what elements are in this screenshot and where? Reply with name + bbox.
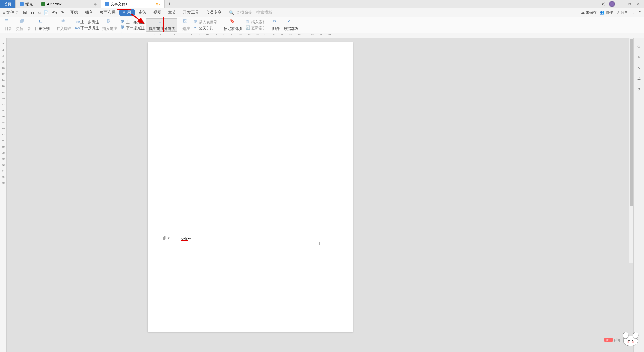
separator-icon: ⊟ (158, 19, 165, 25)
docer-icon (20, 2, 24, 6)
prev-footnote-button[interactable]: ab↑上一条脚注 (75, 20, 99, 25)
scrollbar-vertical[interactable] (629, 38, 633, 263)
maximize-icon[interactable]: ⧉ (628, 2, 633, 6)
cross-ref-button[interactable]: ⤷交叉引用 (193, 25, 217, 31)
save-as-icon[interactable]: 🖬 (31, 10, 35, 15)
notification-badge[interactable]: 2 (601, 2, 605, 6)
svg-point-7 (627, 341, 629, 343)
insert-caption-button[interactable]: 🗐插入表目录 (193, 20, 217, 25)
kebab-icon[interactable]: ⋮ (631, 10, 635, 15)
minimize-icon[interactable]: — (619, 2, 624, 6)
next-footnote-button[interactable]: ab↓下一条脚注 (75, 25, 99, 31)
mascot-icon (619, 329, 642, 346)
next-footnote-icon: ab↓ (75, 25, 79, 30)
search-box[interactable]: 🔍 查找命令、搜索模板 (229, 10, 272, 15)
menu-tab-start[interactable]: 开始 (67, 9, 82, 16)
prev-footnote-icon: ab↑ (75, 20, 79, 24)
ruler-vertical[interactable]: 2468101214161820222426283032343638404244… (0, 38, 7, 352)
footnote-separator-line (179, 234, 229, 234)
svg-point-3 (623, 332, 628, 339)
search-icon: 🔍 (229, 10, 234, 15)
add-tab-button[interactable]: + (165, 1, 174, 7)
sidebar-help-icon[interactable]: ? (638, 87, 640, 92)
page-corner-marker (319, 242, 323, 245)
next-endnote-button[interactable]: 🗐↓下一条尾注 (120, 25, 145, 31)
menubar: ≡文件▽ 🖫 🖬 ⎙ 📄 ↶▾ ↷ 开始 插入 页面布局 引用 审阅 视图 章节… (0, 8, 644, 17)
insert-index-button[interactable]: 🗐插入索引 (246, 20, 266, 25)
caption-icon: 🖼 (183, 19, 190, 25)
ruler-h-marks: 2246810121416182022242628303234363842444… (141, 33, 331, 36)
tab-xlsx[interactable]: 4.27.xlsx⊕ (37, 0, 101, 8)
menu-tab-view[interactable]: 视图 (150, 9, 165, 16)
tab-close-icon[interactable]: ⊕ (94, 2, 97, 6)
undo-icon[interactable]: ↶▾ (52, 10, 57, 15)
tab-word[interactable]: 文字文稿1⊕ • (101, 0, 165, 8)
unsaved-indicator[interactable]: ☁ 未保存 (581, 10, 597, 15)
sidebar-select-icon[interactable]: ↖ (637, 66, 641, 70)
mail-merge-button[interactable]: ✓数据群发 (282, 19, 301, 31)
menu-tab-layout[interactable]: 页面布局 (96, 9, 119, 16)
sidebar-pen-icon[interactable]: ✎ (637, 55, 641, 60)
collab-button[interactable]: 👥 协作 (600, 10, 613, 15)
word-icon (105, 2, 109, 6)
mail-button[interactable]: ✉邮件 (270, 19, 282, 31)
menu-tab-dev[interactable]: 开发工具 (179, 9, 202, 16)
prev-endnote-button[interactable]: 🗐↑上一条尾注 (120, 20, 145, 25)
menu-tab-insert[interactable]: 插入 (82, 9, 96, 16)
hamburger-icon: ≡ (3, 10, 5, 15)
xlsx-icon (41, 2, 45, 6)
sidebar-settings-icon[interactable]: ⇄ (637, 76, 641, 81)
print-icon[interactable]: ⎙ (38, 10, 40, 15)
menu-tab-chapter[interactable]: 章节 (165, 9, 179, 16)
redo-icon[interactable]: ↷ (61, 10, 64, 15)
caption-button[interactable]: 🖼题注 (180, 19, 192, 31)
chevron-down-icon: ▽ (16, 11, 18, 14)
share-button[interactable]: ↗ 分享 (616, 10, 628, 15)
toc-button[interactable]: ☰目录 (3, 19, 14, 31)
footnote-ref: 1 (179, 236, 180, 239)
footnote-content: gyhf (181, 237, 188, 241)
update-toc-button[interactable]: 🗐更新目录 (14, 19, 33, 31)
toc-level-button[interactable]: ⊟目录级别 (33, 19, 52, 31)
document-page[interactable]: 1 gyhf↩ 🗐 ▾ (148, 42, 353, 332)
print-preview-icon[interactable]: 📄 (44, 10, 49, 15)
update-index-button[interactable]: 🔄更新索引 (246, 25, 266, 31)
avatar[interactable] (609, 1, 615, 7)
file-menu[interactable]: ≡文件▽ (0, 10, 20, 15)
insert-endnote-button[interactable]: 🗐插入尾注 (100, 19, 119, 31)
toc-icon: ☰ (5, 19, 12, 25)
titlebar: 首页 稻壳 4.27.xlsx⊕ 文字文稿1⊕ • + 2 — ⧉ ✕ (0, 0, 644, 8)
tab-home[interactable]: 首页 (0, 0, 16, 8)
menu-tabs: 开始 插入 页面布局 引用 审阅 视图 章节 开发工具 会员专享 (67, 9, 225, 16)
update-index-icon: 🔄 (246, 25, 250, 30)
right-sidebar: ☆ ✎ ↖ ⇄ ? (633, 38, 644, 352)
collapse-ribbon-icon[interactable]: ⌃ (638, 10, 641, 15)
canvas-area[interactable]: 1 gyhf↩ 🗐 ▾ (7, 38, 633, 352)
mail-icon: ✉ (273, 19, 279, 25)
prev-endnote-icon: 🗐↑ (120, 20, 125, 24)
menu-tab-vip[interactable]: 会员专享 (202, 9, 225, 16)
menubar-right: ☁ 未保存 👥 协作 ↗ 分享 ⋮ ⌃ (581, 10, 644, 15)
menu-tab-review[interactable]: 审阅 (135, 9, 150, 16)
close-icon[interactable]: ✕ (637, 2, 641, 6)
scroll-thumb[interactable] (630, 39, 633, 206)
mark-index-icon: 🔖 (230, 19, 236, 25)
sidebar-tool-1-icon[interactable]: ☆ (637, 44, 641, 49)
tab-unsaved-icon: ⊕ • (156, 2, 160, 6)
endnote-icon: 🗐 (106, 19, 113, 25)
menu-tab-references[interactable]: 引用 (119, 9, 135, 16)
ruler-horizontal[interactable]: 2246810121416182022242628303234363842444… (0, 33, 644, 38)
footnote-separator-button[interactable]: ⊟脚注/尾注分隔线 (146, 18, 177, 32)
footnote-marker-icon[interactable]: 🗐 ▾ (163, 236, 170, 240)
footnote-text[interactable]: 1 gyhf↩ (179, 236, 191, 240)
svg-point-6 (632, 340, 633, 341)
main-area: 2468101214161820222426283032343638404244… (0, 38, 644, 352)
mark-index-button[interactable]: 🔖标记索引项 (222, 19, 244, 31)
tab-docer[interactable]: 稻壳 (16, 0, 37, 8)
cross-ref-icon: ⤷ (193, 25, 198, 30)
window-controls: 2 — ⧉ ✕ (601, 1, 644, 7)
quick-access-toolbar: 🖫 🖬 ⎙ 📄 ↶▾ ↷ (20, 10, 67, 15)
footnote-icon: ab (61, 19, 67, 25)
insert-footnote-button[interactable]: ab插入脚注 (55, 19, 73, 31)
save-icon[interactable]: 🖫 (23, 10, 27, 15)
